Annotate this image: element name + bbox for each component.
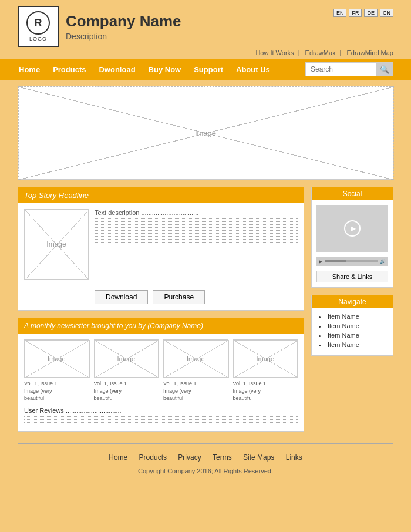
newsletter-content: Image Vol. 1, Issue 1 Image (very beauti… (18, 334, 304, 431)
navigate-item-1[interactable]: Item Name (319, 313, 386, 320)
col-right: Social ▶ 🔊 Share & Links Navigate Item N (311, 187, 393, 432)
edrawmax-link[interactable]: EdrawMax (305, 49, 336, 56)
sep1: | (298, 49, 300, 56)
company-info: Company Name Description (66, 12, 181, 41)
user-reviews: User Reviews ...........................… (24, 407, 298, 423)
story-image-label: Image (46, 240, 66, 248)
edrawmindmap-link[interactable]: EdrawMind Map (347, 49, 393, 56)
newsletter-images: Image Vol. 1, Issue 1 Image (very beauti… (24, 339, 298, 402)
hero-image: Image (18, 86, 393, 180)
nav-support[interactable]: Support (193, 63, 224, 76)
newsletter-box: A monthly newsletter brought to you by (… (18, 318, 304, 432)
navigate-list: Item Name Item Name Item Name Item Name (312, 308, 393, 355)
logo-box: R LOGO (18, 6, 59, 47)
header: R LOGO Company Name Description EN FR DE… (0, 0, 411, 47)
story-buttons: Download Purchase (18, 290, 304, 310)
top-links: How It Works | EdrawMax | EdrawMind Map (0, 47, 411, 59)
navigate-item-2[interactable]: Item Name (319, 322, 386, 329)
company-name: Company Name (66, 12, 181, 31)
footer-links-link[interactable]: Links (286, 453, 302, 462)
search-input[interactable] (306, 63, 376, 76)
footer-sitemaps[interactable]: Site Maps (243, 453, 274, 462)
main-content: Image Top Story Headline Image Text desc… (0, 80, 411, 437)
newsletter-header: A monthly newsletter brought to you by (… (18, 318, 304, 334)
purchase-button[interactable]: Purchase (153, 290, 205, 304)
user-reviews-label: User Reviews ...........................… (24, 407, 298, 414)
news-cap-line1-4: Vol. 1, Issue 1 (233, 380, 298, 388)
news-img-1: Image (24, 339, 89, 378)
download-button[interactable]: Download (95, 290, 148, 304)
news-cap-line3-1: beautiful (24, 395, 89, 402)
progress-fill (325, 260, 346, 262)
nav-home[interactable]: Home (18, 63, 41, 76)
footer-divider (18, 443, 393, 444)
news-caption-4: Vol. 1, Issue 1 Image (very beautiful (233, 380, 298, 402)
nav-aboutus[interactable]: About Us (235, 63, 271, 76)
news-cap-line3-3: beautiful (163, 395, 228, 402)
navigate-item-3[interactable]: Item Name (319, 332, 386, 339)
story-content: Image Text description .................… (18, 203, 304, 285)
news-img-3: Image (163, 339, 228, 378)
footer-links: Home Products Privacy Terms Site Maps Li… (0, 450, 411, 465)
social-header: Social (312, 187, 393, 200)
col-left: Top Story Headline Image Text descriptio… (18, 187, 304, 432)
share-links-button[interactable]: Share & Links (316, 271, 388, 282)
news-img-2: Image (94, 339, 159, 378)
story-box: Top Story Headline Image Text descriptio… (18, 187, 304, 311)
logo-area: R LOGO Company Name Description (18, 6, 181, 47)
news-cap-line2-2: Image (very (94, 388, 159, 395)
story-image: Image (24, 209, 89, 280)
logo-circle: R (26, 11, 50, 35)
navbar: Home Products Dwonload Buy Now Support A… (0, 59, 411, 80)
hero-label: Image (195, 129, 216, 137)
story-header: Top Story Headline (18, 187, 304, 203)
play-small-icon[interactable]: ▶ (319, 259, 322, 264)
lang-en-button[interactable]: EN (333, 9, 347, 17)
news-caption-1: Vol. 1, Issue 1 Image (very beautiful (24, 380, 89, 402)
sep2: | (340, 49, 342, 56)
footer-privacy[interactable]: Privacy (178, 453, 201, 462)
news-caption-2: Vol. 1, Issue 1 Image (very beautiful (94, 380, 159, 402)
nav-download[interactable]: Dwonload (97, 63, 136, 76)
footer-terms[interactable]: Terms (213, 453, 232, 462)
video-placeholder (316, 205, 388, 252)
social-box: Social ▶ 🔊 Share & Links (311, 187, 393, 288)
footer-products[interactable]: Products (139, 453, 167, 462)
company-description: Description (66, 32, 181, 41)
news-cap-line3-4: beautiful (233, 395, 298, 402)
lang-bar: EN FR DE CN (333, 9, 393, 17)
news-cap-line1-2: Vol. 1, Issue 1 (94, 380, 159, 388)
play-button[interactable] (344, 220, 361, 237)
footer-copyright: Copyright Company 2016; All Rights Reser… (0, 465, 411, 482)
nav-links: Home Products Dwonload Buy Now Support A… (18, 63, 271, 76)
how-it-works-link[interactable]: How It Works (255, 49, 294, 56)
news-img-label-1: Image (48, 355, 66, 362)
search-button[interactable]: 🔍 (376, 63, 393, 76)
story-text: Text description .......................… (95, 209, 298, 280)
footer-home[interactable]: Home (109, 453, 127, 462)
newsletter-item-1: Image Vol. 1, Issue 1 Image (very beauti… (24, 339, 89, 402)
lang-cn-button[interactable]: CN (380, 9, 393, 17)
news-cap-line2-1: Image (very (24, 388, 89, 395)
news-caption-3: Vol. 1, Issue 1 Image (very beautiful (163, 380, 228, 402)
search-box: 🔍 (305, 62, 393, 76)
navigate-box: Navigate Item Name Item Name Item Name I… (311, 295, 393, 356)
lang-fr-button[interactable]: FR (349, 9, 362, 17)
nav-products[interactable]: Products (52, 63, 87, 76)
news-cap-line2-3: Image (very (163, 388, 228, 395)
news-cap-line1-1: Vol. 1, Issue 1 (24, 380, 89, 388)
volume-icon[interactable]: 🔊 (380, 259, 386, 264)
news-cap-line3-2: beautiful (94, 395, 159, 402)
navigate-header: Navigate (312, 295, 393, 308)
navigate-item-4[interactable]: Item Name (319, 341, 386, 348)
newsletter-item-4: Image Vol. 1, Issue 1 Image (very beauti… (233, 339, 298, 402)
newsletter-item-3: Image Vol. 1, Issue 1 Image (very beauti… (163, 339, 228, 402)
two-col-layout: Top Story Headline Image Text descriptio… (18, 187, 393, 432)
lang-de-button[interactable]: DE (364, 9, 378, 17)
news-img-label-3: Image (187, 355, 205, 362)
progress-bar[interactable] (325, 260, 378, 262)
newsletter-item-2: Image Vol. 1, Issue 1 Image (very beauti… (94, 339, 159, 402)
news-img-label-4: Image (256, 355, 274, 362)
nav-buynow[interactable]: Buy Now (147, 63, 183, 76)
news-img-label-2: Image (117, 355, 135, 362)
